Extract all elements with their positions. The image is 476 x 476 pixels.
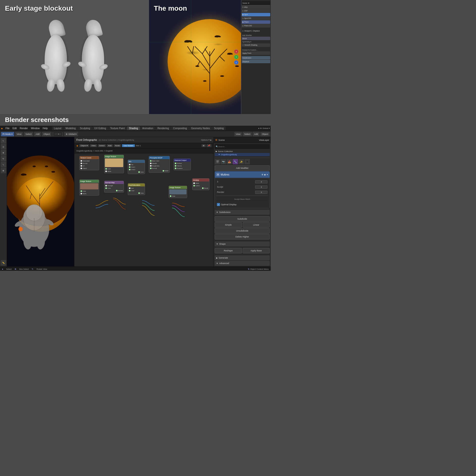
right-panel-content: 🔍 ▶ Scene Collection ▼ OogieBoogieBody — [214, 143, 271, 267]
tab-scripting[interactable]: Scripting — [212, 126, 226, 130]
node-add-btn[interactable]: Add — [107, 144, 113, 147]
delete-higher-btn[interactable]: Delete Higher — [215, 234, 270, 239]
tab-sculpting[interactable]: Sculpting — [78, 126, 92, 130]
shape-header[interactable]: ▼ Shape — [215, 241, 270, 246]
render-value[interactable]: 3 — [255, 191, 268, 194]
node-image-2[interactable]: Image Texture Color Alpha — [79, 179, 99, 196]
object-btn-2[interactable]: Object — [260, 132, 270, 136]
nav-dot-x[interactable]: X — [234, 49, 238, 54]
select-btn-2[interactable]: Select — [243, 132, 252, 136]
toolbar-cursor[interactable]: ◎ — [1, 144, 6, 149]
view-btn-2[interactable]: View — [234, 132, 242, 136]
modifier-ctrl-3[interactable]: ✕ — [267, 174, 268, 176]
prop-icon-scene[interactable]: 🎬 — [215, 159, 220, 164]
top-left-panel: Early stage blockout — [0, 0, 149, 114]
tab-modeling[interactable]: Modeling — [64, 126, 78, 130]
menu-edit[interactable]: Edit — [11, 126, 18, 130]
menu-window[interactable]: Window — [30, 126, 41, 130]
node-image-1[interactable]: Image Texture Color Alpha — [104, 155, 124, 173]
add-modifier-btn[interactable]: Add Modifier — [215, 165, 270, 171]
nav-dots: X Y Z — [234, 49, 238, 65]
tab-uv-editing[interactable]: UV Editing — [92, 126, 108, 130]
toolbar-select[interactable]: ↖ — [1, 138, 6, 144]
tab-texture-paint[interactable]: Texture Paint — [108, 126, 127, 130]
toolbar-measure[interactable]: 📏 — [1, 260, 6, 266]
add-btn[interactable]: Add — [34, 132, 41, 136]
nav-dot-y[interactable]: Y — [234, 55, 238, 59]
node-bsdf[interactable]: Principled BSDF Base Color Metallic Roug… — [149, 156, 170, 173]
menu-render[interactable]: Render — [19, 126, 29, 130]
toolbar-rotate[interactable]: ↻ — [1, 156, 6, 161]
svg-point-26 — [203, 80, 207, 82]
svg-point-52 — [18, 227, 23, 231]
node-editor-content[interactable]: Texture Coord Generated Normal UV Object… — [74, 153, 213, 267]
linear-btn[interactable]: Linear — [243, 222, 270, 228]
use-nodes-btn[interactable]: Use Nodes — [122, 144, 135, 147]
nav-dot-z[interactable]: Z — [234, 60, 238, 65]
node-texture-coord[interactable]: Texture Coord Generated Normal UV Object — [79, 156, 99, 170]
select-btn[interactable]: Select — [24, 132, 33, 136]
outliner-search[interactable] — [218, 146, 269, 148]
object-btn[interactable]: Object — [42, 132, 51, 136]
add-btn-2[interactable]: Add — [253, 132, 260, 136]
tab-shading[interactable]: Shading — [127, 126, 140, 130]
sculpt-label: Sculpt — [217, 186, 255, 188]
unsubdivide-btn[interactable]: Unsubdivide — [215, 228, 270, 234]
optimal-display-checkbox[interactable]: ✓ — [217, 203, 220, 206]
node-extra-1[interactable]: Image Texture Color — [169, 186, 187, 198]
svg-point-42 — [45, 166, 48, 167]
prop-icon-modifier[interactable]: 🔧 — [233, 159, 238, 164]
pt-mode-btn[interactable]: Pt Mode ▾ — [1, 132, 14, 136]
svg-line-14 — [210, 49, 215, 56]
level-viewport-value[interactable]: 3 — [255, 180, 268, 183]
node-object-btn[interactable]: Object ▾ — [79, 144, 89, 147]
toolbar-transform[interactable]: ⊞ — [1, 168, 6, 173]
node-node-btn[interactable]: Node — [114, 144, 121, 147]
node-select-btn[interactable]: Select — [98, 144, 106, 147]
subdivide-btn[interactable]: Subdivide — [215, 216, 270, 222]
object-row: ▼ OogieBoogieBody — [215, 153, 270, 156]
node-editor-header: ◈ Object ▾ View Select Add Node Use Node… — [74, 143, 213, 149]
render-label: Render — [217, 191, 255, 193]
svg-point-27 — [220, 75, 224, 77]
generate-header[interactable]: ▶ Generate — [215, 255, 270, 260]
node-roughness[interactable]: Hue/Saturation Hue Color Color — [128, 183, 145, 195]
menu-file[interactable]: File — [4, 126, 11, 130]
tab-layout[interactable]: Layout — [52, 126, 63, 130]
simple-btn[interactable]: Simple — [215, 222, 242, 228]
tab-animation[interactable]: Animation — [140, 126, 155, 130]
prop-icon-particle[interactable]: ✨ — [238, 159, 244, 164]
node-output[interactable]: Material Output Surface Volume Displace — [174, 158, 191, 170]
modifier-ctrl-1[interactable]: ⚙ — [262, 174, 263, 176]
modifier-ctrl-2[interactable]: ◉ — [264, 174, 266, 176]
panel-item-bevel: Bevel — [242, 37, 270, 40]
node-normal-map[interactable]: Normal Map Strength Color Normal — [104, 181, 124, 193]
sculpt-base-mesh-btn[interactable]: Sculpt Base Mesh — [216, 196, 268, 202]
node-view-btn[interactable]: View — [90, 144, 97, 147]
subdivision-header[interactable]: ▼ Subdivision — [215, 210, 270, 215]
center-panel: Front Orthographic (2) Scene Collection … — [74, 137, 214, 267]
node-view-controls[interactable]: ⊕ — [202, 144, 206, 147]
node-extra-2[interactable]: Multiply Value Color1 Result — [192, 178, 209, 190]
advanced-header[interactable]: ▼ Advanced — [215, 261, 270, 266]
tab-rendering[interactable]: Rendering — [155, 126, 171, 130]
node-pin-btn[interactable]: 📌 — [207, 144, 211, 147]
view-btn[interactable]: View — [15, 132, 23, 136]
prop-icon-render[interactable]: 📷 — [221, 159, 226, 164]
apply-base-btn[interactable]: Apply Base — [243, 248, 270, 253]
svg-line-13 — [205, 49, 210, 56]
global-btn[interactable]: ⊕ Global ▾ — [64, 132, 78, 136]
sculpt-value[interactable]: 3 — [255, 185, 268, 189]
prop-icon-output[interactable]: 📤 — [227, 159, 232, 164]
level-viewport-label: 3 — [217, 180, 255, 183]
apply-base-label: Apply Base — [250, 249, 262, 252]
tab-geometry-nodes[interactable]: Geometry Nodes — [189, 126, 212, 130]
menu-help[interactable]: Help — [41, 126, 49, 130]
reshape-btn[interactable]: Reshape — [215, 248, 242, 253]
toolbar-move[interactable]: ⊕ — [1, 150, 6, 155]
toolbar-scale[interactable]: ⤡ — [1, 162, 6, 167]
prop-icon-physics[interactable]: ⚛ — [244, 159, 250, 164]
node-mix-1[interactable]: Mix Fac Color1 Color2 Color — [128, 160, 145, 174]
ghost-leg-r-1 — [56, 79, 65, 92]
tab-compositing[interactable]: Compositing — [171, 126, 189, 130]
